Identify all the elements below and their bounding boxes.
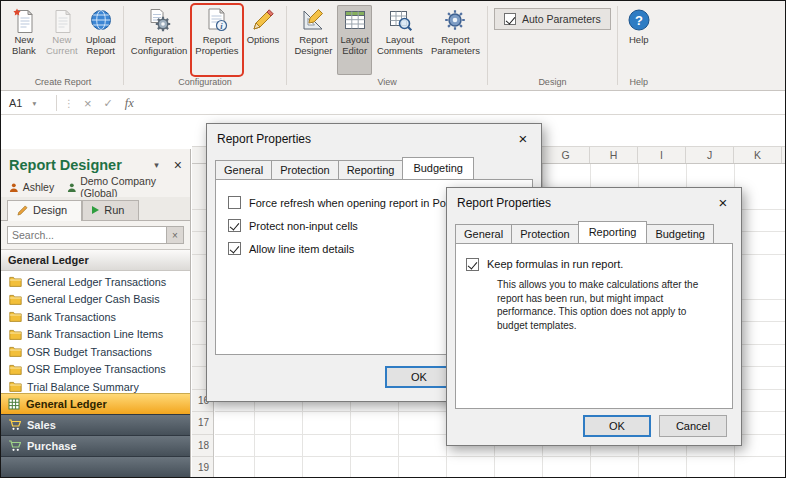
- cancel-entry-icon[interactable]: ×: [84, 96, 92, 111]
- close-icon[interactable]: ×: [705, 188, 741, 217]
- cancel-button[interactable]: Cancel: [659, 415, 727, 437]
- run-play-icon: [92, 206, 99, 214]
- report-tree-item[interactable]: General Ledger Transactions: [1, 273, 190, 291]
- gear-document-icon: [146, 7, 172, 33]
- option-keep-formulas[interactable]: Keep formulas in run report.: [466, 258, 722, 271]
- help-button[interactable]: ? Help: [622, 5, 656, 75]
- formula-bar-splitter-icon[interactable]: ⋮: [64, 98, 74, 109]
- option-label: Protect non-input cells: [249, 220, 358, 232]
- report-tree-item[interactable]: Bank Transaction Line Items: [1, 326, 190, 344]
- layout-editor-button[interactable]: Layout Editor: [337, 5, 372, 75]
- row-header[interactable]: 18: [192, 434, 212, 457]
- module-general-ledger[interactable]: General Ledger: [1, 393, 190, 414]
- report-configuration-button[interactable]: Report Configuration: [128, 5, 191, 75]
- tab-run[interactable]: Run: [82, 200, 139, 220]
- new-blank-icon: [11, 7, 37, 33]
- report-tree-item-label: General Ledger Cash Basis: [27, 293, 160, 305]
- new-blank-button[interactable]: New Blank: [7, 5, 41, 75]
- tab-general[interactable]: General: [215, 160, 272, 179]
- option-label: Force refresh when opening report in Por…: [249, 197, 461, 209]
- dialog-title: Report Properties: [217, 132, 311, 146]
- keep-formulas-checkbox[interactable]: [466, 258, 479, 271]
- tab-reporting[interactable]: Reporting: [578, 221, 648, 243]
- pane-close-icon[interactable]: ×: [174, 158, 182, 172]
- module-partial[interactable]: [1, 456, 190, 477]
- report-properties-dialog-reporting: Report Properties × General Protection R…: [446, 187, 742, 446]
- column-header[interactable]: I: [638, 147, 686, 163]
- module-label: Sales: [27, 419, 56, 431]
- ok-button[interactable]: OK: [385, 366, 453, 388]
- row-headers: 16171819: [192, 389, 212, 478]
- row-header[interactable]: 19: [192, 457, 212, 478]
- option-description: This allows you to make calculations aft…: [497, 278, 718, 332]
- new-current-label: New Current: [46, 35, 78, 56]
- formula-input[interactable]: [140, 92, 785, 114]
- ribbon-separator: [286, 6, 287, 85]
- tab-protection[interactable]: Protection: [271, 160, 339, 179]
- protect-cells-checkbox[interactable]: [228, 219, 241, 232]
- ribbon-group-view: Report Designer Layout Editor Layout Com…: [288, 3, 486, 90]
- report-parameters-button[interactable]: Report Parameters: [428, 5, 483, 75]
- search-clear-icon[interactable]: ×: [167, 226, 184, 244]
- pane-menu-icon[interactable]: ▾: [154, 160, 159, 170]
- report-properties-button[interactable]: i Report Properties: [192, 5, 241, 75]
- user-name: Ashley: [23, 181, 55, 193]
- pane-tabs: Design Run: [1, 197, 190, 221]
- insert-function-icon[interactable]: fx: [125, 96, 134, 111]
- layout-comments-button[interactable]: Layout Comments: [374, 5, 426, 75]
- ok-button[interactable]: OK: [583, 415, 651, 437]
- confirm-entry-icon[interactable]: ✓: [104, 97, 113, 110]
- pane-title: Report Designer: [9, 157, 154, 173]
- line-item-details-checkbox[interactable]: [228, 242, 241, 255]
- upload-report-label: Upload Report: [86, 35, 116, 56]
- ribbon-separator: [123, 6, 124, 85]
- force-refresh-checkbox[interactable]: [228, 196, 241, 209]
- options-label: Options: [247, 35, 280, 46]
- ribbon: New Blank New Current Upload Report Crea…: [1, 1, 785, 91]
- dialog-title-bar[interactable]: Report Properties ×: [207, 124, 541, 153]
- row-header[interactable]: 17: [192, 412, 212, 435]
- active-cell-reference: A1: [9, 97, 22, 109]
- ribbon-group-help: ? Help Help: [619, 3, 659, 90]
- column-headers: GHIJK: [542, 147, 782, 163]
- option-label: Allow line item details: [249, 243, 354, 255]
- module-sales[interactable]: Sales: [1, 414, 190, 435]
- report-tree-item[interactable]: Trial Balance Summary: [1, 378, 190, 393]
- report-tree-item[interactable]: OSR Budget Transactions: [1, 343, 190, 361]
- report-tree-item[interactable]: OSR Employee Transactions: [1, 361, 190, 379]
- name-box-dropdown-icon[interactable]: ▾: [32, 99, 36, 108]
- tab-budgeting[interactable]: Budgeting: [402, 157, 474, 179]
- tab-design[interactable]: Design: [7, 200, 82, 221]
- column-header[interactable]: J: [686, 147, 734, 163]
- report-tree-item-label: Trial Balance Summary: [27, 381, 139, 393]
- report-tree-item[interactable]: Bank Transactions: [1, 308, 190, 326]
- folder-icon: [9, 346, 22, 357]
- sales-cart-icon: [8, 419, 21, 431]
- user-icon: [9, 182, 19, 193]
- company-name: Demo Company (Global): [80, 175, 182, 199]
- auto-parameters-checkbox[interactable]: [504, 13, 516, 25]
- tab-run-label: Run: [104, 204, 124, 216]
- tab-reporting[interactable]: Reporting: [338, 160, 404, 179]
- close-icon[interactable]: ×: [505, 124, 541, 153]
- options-button[interactable]: Options: [244, 5, 283, 75]
- layout-comments-label: Layout Comments: [377, 35, 423, 56]
- tab-general[interactable]: General: [455, 224, 512, 243]
- search-input[interactable]: [7, 226, 167, 244]
- ribbon-group-design: Auto Parameters Design: [489, 3, 616, 90]
- dialog-title-bar[interactable]: Report Properties ×: [447, 188, 741, 217]
- module-purchase[interactable]: Purchase: [1, 435, 190, 456]
- tab-budgeting[interactable]: Budgeting: [646, 224, 714, 243]
- upload-report-button[interactable]: Upload Report: [83, 5, 119, 75]
- report-tree-item-label: General Ledger Transactions: [27, 276, 166, 288]
- column-header[interactable]: H: [590, 147, 638, 163]
- report-tree-item[interactable]: General Ledger Cash Basis: [1, 291, 190, 309]
- cell-name-box[interactable]: A1 ▾: [1, 92, 53, 114]
- report-designer-button[interactable]: Report Designer: [291, 5, 335, 75]
- column-header[interactable]: G: [542, 147, 590, 163]
- column-header[interactable]: K: [734, 147, 782, 163]
- tab-protection[interactable]: Protection: [511, 224, 579, 243]
- auto-parameters-toggle[interactable]: Auto Parameters: [494, 8, 611, 30]
- module-label: General Ledger: [26, 398, 107, 410]
- new-current-button[interactable]: New Current: [43, 5, 81, 75]
